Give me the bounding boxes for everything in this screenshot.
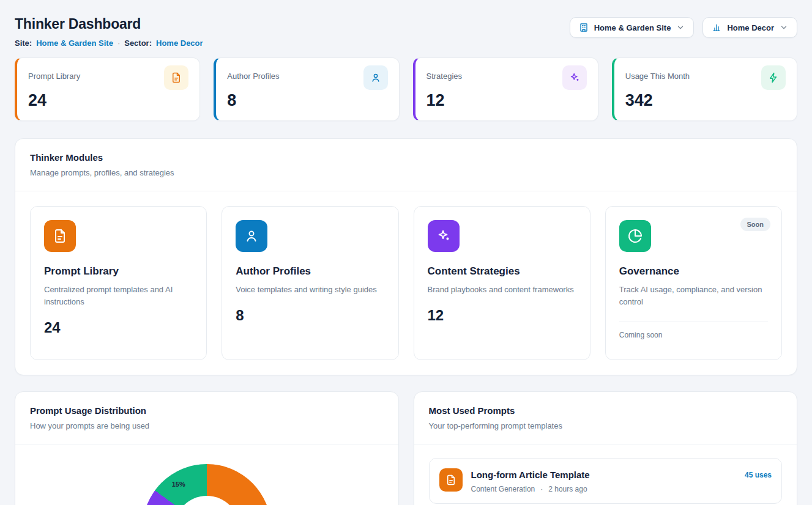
- list-item[interactable]: Long-form Article Template Content Gener…: [429, 458, 783, 504]
- most-used-prompts-panel: Most Used Prompts Your top-performing pr…: [414, 391, 798, 505]
- document-icon: [439, 468, 463, 492]
- stat-card-strategies: Strategies 12: [413, 57, 598, 121]
- sparkle-icon: [562, 65, 587, 90]
- dashboard-page: Thinker Dashboard Site: Home & Garden Si…: [0, 0, 812, 505]
- site-selector-label: Home & Garden Site: [594, 23, 671, 32]
- prompts-panel-header: Most Used Prompts Your top-performing pr…: [414, 392, 797, 444]
- module-title: Author Profiles: [236, 265, 384, 278]
- chevron-down-icon: [780, 23, 788, 32]
- prompts-panel-title: Most Used Prompts: [429, 405, 783, 416]
- prompts-panel-subtitle: Your top-performing prompt templates: [429, 421, 783, 430]
- building-icon: [579, 23, 589, 32]
- usage-panel-subtitle: How your prompts are being used: [30, 421, 384, 430]
- donut-segment-label: 15%: [172, 481, 185, 488]
- bottom-panels: Prompt Usage Distribution How your promp…: [15, 391, 797, 505]
- module-description: Brand playbooks and content frameworks: [428, 284, 575, 296]
- module-count: 12: [428, 307, 576, 324]
- meta-separator: ·: [540, 485, 543, 493]
- module-title: Content Strategies: [428, 265, 576, 278]
- module-title: Governance: [619, 265, 768, 278]
- site-selector-dropdown[interactable]: Home & Garden Site: [570, 17, 695, 38]
- breadcrumb: Site: Home & Garden Site · Sector: Home …: [15, 39, 203, 48]
- prompt-title: Long-form Article Template: [471, 470, 590, 480]
- modules-title: Thinker Modules: [30, 152, 782, 163]
- stat-top: Prompt Library: [28, 65, 188, 90]
- module-card-prompt-library[interactable]: Prompt Library Centralized prompt templa…: [30, 206, 207, 360]
- usage-panel-title: Prompt Usage Distribution: [30, 405, 384, 416]
- module-description: Track AI usage, compliance, and version …: [619, 284, 766, 308]
- usage-donut: 15%: [143, 464, 271, 505]
- usage-chart-area: 15%: [15, 444, 398, 505]
- modules-grid: Prompt Library Centralized prompt templa…: [15, 191, 797, 375]
- module-description: Centralized prompt templates and AI inst…: [44, 284, 191, 308]
- pie-chart-icon: [619, 220, 651, 252]
- stat-label: Usage This Month: [625, 72, 690, 81]
- stat-value: 12: [426, 91, 587, 110]
- module-card-author-profiles[interactable]: Author Profiles Voice templates and writ…: [222, 206, 398, 360]
- site-label: Site:: [15, 39, 32, 48]
- document-icon: [164, 65, 188, 90]
- modules-subtitle: Manage prompts, profiles, and strategies: [30, 168, 782, 177]
- stat-top: Strategies: [426, 65, 587, 90]
- prompts-list: Long-form Article Template Content Gener…: [414, 444, 797, 505]
- modules-header: Thinker Modules Manage prompts, profiles…: [15, 139, 797, 191]
- module-description: Voice templates and writing style guides: [236, 284, 382, 296]
- meta-separator: ·: [117, 39, 120, 48]
- prompt-category: Content Generation: [471, 485, 535, 493]
- module-title: Prompt Library: [44, 265, 193, 278]
- document-icon: [44, 220, 76, 252]
- module-count: 8: [236, 307, 384, 324]
- stat-label: Prompt Library: [28, 72, 80, 81]
- stat-value: 342: [625, 91, 786, 110]
- stat-card-author-profiles: Author Profiles 8: [214, 57, 399, 121]
- item-text: Long-form Article Template Content Gener…: [471, 468, 590, 493]
- stat-label: Strategies: [426, 72, 463, 81]
- divider: [619, 322, 768, 322]
- header: Thinker Dashboard Site: Home & Garden Si…: [15, 11, 797, 48]
- chevron-down-icon: [676, 23, 685, 32]
- person-icon: [363, 65, 388, 90]
- module-count: 24: [44, 319, 193, 336]
- lightning-icon: [761, 65, 786, 90]
- prompt-meta: Content Generation · 2 hours ago: [471, 485, 590, 493]
- coming-soon-text: Coming soon: [619, 331, 768, 339]
- sparkle-icon: [428, 220, 460, 252]
- sector-selector-dropdown[interactable]: Home Decor: [702, 17, 797, 38]
- usage-distribution-panel: Prompt Usage Distribution How your promp…: [15, 391, 399, 505]
- stat-value: 8: [227, 91, 387, 110]
- stat-value: 24: [28, 91, 188, 110]
- bar-chart-icon: [712, 23, 721, 32]
- stat-top: Author Profiles: [227, 65, 387, 90]
- module-card-content-strategies[interactable]: Content Strategies Brand playbooks and c…: [414, 206, 590, 360]
- header-selectors: Home & Garden Site Home Decor: [570, 17, 797, 38]
- site-link[interactable]: Home & Garden Site: [36, 39, 113, 48]
- header-left: Thinker Dashboard Site: Home & Garden Si…: [15, 11, 203, 48]
- stat-top: Usage This Month: [625, 65, 786, 90]
- person-icon: [236, 220, 267, 252]
- page-title: Thinker Dashboard: [15, 16, 203, 32]
- uses-count: 45 uses: [745, 471, 772, 479]
- stat-card-usage: Usage This Month 342: [612, 57, 797, 121]
- sector-label: Sector:: [124, 39, 152, 48]
- prompt-time: 2 hours ago: [548, 485, 587, 493]
- soon-badge: Soon: [740, 218, 771, 231]
- sector-link[interactable]: Home Decor: [156, 39, 203, 48]
- stat-card-prompt-library: Prompt Library 24: [15, 57, 200, 121]
- stat-label: Author Profiles: [227, 72, 279, 81]
- sector-selector-label: Home Decor: [727, 23, 774, 32]
- thinker-modules-section: Thinker Modules Manage prompts, profiles…: [15, 138, 797, 375]
- stats-row: Prompt Library 24 Author Profiles 8 Stra…: [15, 57, 797, 121]
- usage-panel-header: Prompt Usage Distribution How your promp…: [15, 392, 398, 444]
- module-card-governance[interactable]: Soon Governance Track AI usage, complian…: [605, 206, 782, 360]
